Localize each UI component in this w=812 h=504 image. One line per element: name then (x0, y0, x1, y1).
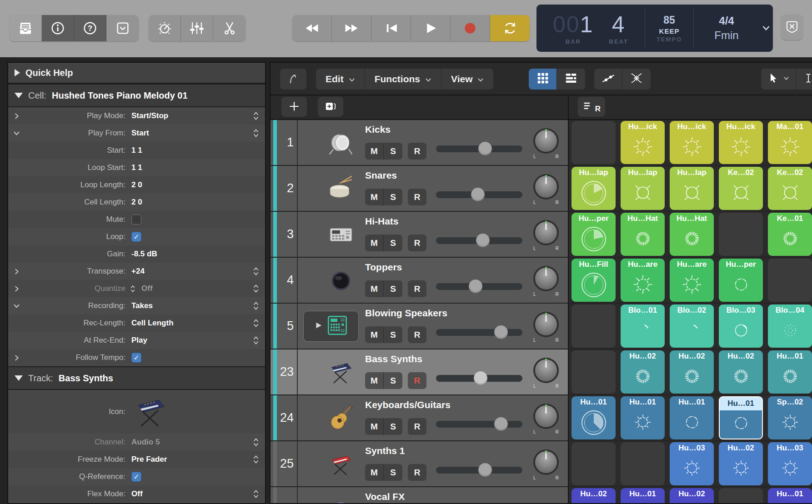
loop-cell-hu-are[interactable]: Hu…are (621, 259, 665, 302)
parameter-value[interactable]: -8.5 dB (131, 250, 157, 259)
tempo-display[interactable]: 85 KEEP TEMPO (645, 5, 693, 52)
queue-strip[interactable] (273, 395, 277, 440)
automation-button[interactable] (594, 69, 622, 90)
volume-slider[interactable] (436, 237, 522, 244)
track-header[interactable]: Hi-HatsMSRLR (298, 212, 568, 257)
parameter-checkbox[interactable] (131, 215, 141, 225)
flex-button[interactable] (622, 69, 651, 90)
disclosure-right-icon[interactable] (8, 113, 25, 120)
empty-cell[interactable] (571, 121, 616, 164)
loop-cell-hu-lap[interactable]: Hu…lap (621, 167, 665, 210)
pan-knob[interactable]: LR (531, 450, 561, 479)
lcd-chevron-down-icon[interactable] (759, 5, 773, 52)
stepper-icon[interactable] (253, 489, 259, 499)
record-enable-button[interactable]: R (408, 189, 426, 205)
loop-cell-hu-hat[interactable]: Hu…Hat (621, 213, 665, 256)
queue-strip[interactable] (273, 487, 277, 504)
end-session-button[interactable] (781, 15, 803, 40)
stepper-icon[interactable] (253, 437, 259, 447)
loop-cell-hu-ick[interactable]: Hu…ick (621, 121, 665, 164)
rewind-button[interactable] (292, 15, 332, 41)
text-tool-menu[interactable] (796, 69, 812, 90)
parameter-value[interactable]: Audio 5 (131, 438, 160, 447)
inspector-row-cell-length[interactable]: Cell Length:2 0 (8, 194, 265, 211)
stepper-icon[interactable] (253, 318, 259, 328)
track-name[interactable]: Snares (365, 170, 397, 181)
track-name[interactable]: Synths 1 (365, 445, 405, 456)
stepper-icon[interactable] (253, 301, 259, 311)
pan-knob-dial[interactable] (535, 222, 557, 244)
tracks-view-button[interactable] (557, 69, 585, 90)
parameter-value[interactable]: Takes (131, 301, 153, 310)
loop-cell-hu-lap[interactable]: Hu…lap (670, 167, 714, 210)
loop-cell-hu-02[interactable]: Hu…02 (719, 442, 763, 485)
inspector-row-q-reference[interactable]: Q-Reference:✓ (8, 468, 265, 485)
loop-cell-hu-02[interactable]: Hu…02 (719, 350, 763, 394)
inspector-row-channel[interactable]: Channel:Audio 5 (8, 434, 265, 451)
pan-knob-dial[interactable] (535, 359, 557, 381)
loop-cell-hu-02[interactable]: Hu…02 (571, 488, 616, 504)
inline-stepper-icon[interactable] (130, 284, 135, 293)
volume-slider-thumb[interactable] (474, 371, 487, 385)
loop-cell-hu-01[interactable]: Hu…01 (621, 488, 665, 504)
mute-button[interactable]: M (365, 372, 384, 389)
disclosure-down-icon[interactable] (8, 303, 25, 309)
solo-button[interactable]: S (384, 464, 402, 481)
inspector-row-mute[interactable]: Mute: (8, 211, 265, 228)
volume-slider-thumb[interactable] (469, 279, 482, 293)
loop-cell-blo-04[interactable]: Blo…04 (768, 304, 812, 348)
inspector-row-rec-length[interactable]: Rec-Length:Cell Length (8, 314, 265, 332)
inspector-row-transpose[interactable]: Transpose:+24 (8, 263, 265, 280)
disclosure-right-icon[interactable] (8, 354, 25, 361)
volume-slider[interactable] (436, 191, 522, 198)
solo-button[interactable]: S (384, 235, 402, 251)
record-enable-button[interactable]: R (408, 418, 426, 435)
empty-cell[interactable] (768, 259, 812, 302)
track-header[interactable]: SnaresMSRLR (298, 166, 568, 211)
loop-cell-hu-01[interactable]: Hu…01 (719, 396, 763, 439)
record-enable-button[interactable]: R (408, 326, 426, 343)
queue-strip[interactable] (273, 304, 277, 349)
record-enable-button[interactable]: R (408, 235, 426, 251)
inspector-row-loop[interactable]: Loop:✓ (8, 228, 265, 245)
queue-strip[interactable] (273, 258, 277, 303)
pan-knob[interactable]: LR (531, 267, 561, 296)
loop-cell-hu-01[interactable]: Hu…01 (621, 396, 665, 439)
loop-cell-hu-01[interactable]: Hu…01 (571, 396, 616, 439)
quick-help-button[interactable]: ? (74, 15, 106, 41)
cycle-button[interactable] (490, 15, 530, 41)
parameter-value[interactable]: Pre Fader (131, 455, 167, 464)
library-button[interactable] (10, 15, 42, 41)
track-name[interactable]: Vocal FX (365, 491, 405, 502)
inspector-row-recording[interactable]: Recording:Takes (8, 297, 265, 314)
parameter-checkbox[interactable]: ✓ (131, 472, 141, 482)
parameter-value[interactable]: Start (131, 129, 149, 138)
loop-cell-hu-02[interactable]: Hu…02 (670, 350, 714, 394)
volume-slider[interactable] (436, 329, 522, 336)
smart-controls-button[interactable] (149, 15, 181, 41)
mute-button[interactable]: M (365, 464, 384, 481)
inspector-row-follow-tempo[interactable]: Follow Tempo:✓ (8, 349, 265, 366)
signature-key-display[interactable]: 4/4 Fmin (694, 5, 759, 52)
pan-knob[interactable]: LR (531, 129, 561, 158)
inspector-row-freeze-mode[interactable]: Freeze Mode:Pre Fader (8, 451, 265, 468)
stepper-icon[interactable] (253, 266, 259, 276)
mute-button[interactable]: M (365, 326, 384, 343)
solo-button[interactable]: S (384, 280, 402, 297)
go-to-beginning-button[interactable] (371, 15, 411, 41)
track-header[interactable]: KicksMSRLR (298, 120, 568, 165)
volume-slider[interactable] (436, 283, 522, 290)
pan-knob-dial[interactable] (535, 451, 557, 473)
inspector-row-start[interactable]: Start:1 1 (8, 142, 265, 159)
inspector-row-flex-mode[interactable]: Flex Mode:Off (8, 485, 265, 503)
loop-cell-hu-02[interactable]: Hu…02 (670, 488, 714, 504)
volume-slider-thumb[interactable] (494, 325, 508, 339)
inspector-row-play-from[interactable]: Play From:Start (8, 125, 265, 142)
queue-strip[interactable] (273, 212, 277, 257)
parameter-checkbox[interactable]: ✓ (131, 232, 141, 242)
track-name[interactable]: Bass Synths (365, 354, 422, 364)
position-display[interactable]: 001 BAR 4 BEAT (536, 5, 645, 52)
inspector-button[interactable] (42, 15, 74, 41)
parameter-value[interactable]: 2 0 (131, 180, 142, 190)
loop-cell-blo-01[interactable]: Blo…01 (621, 304, 665, 348)
